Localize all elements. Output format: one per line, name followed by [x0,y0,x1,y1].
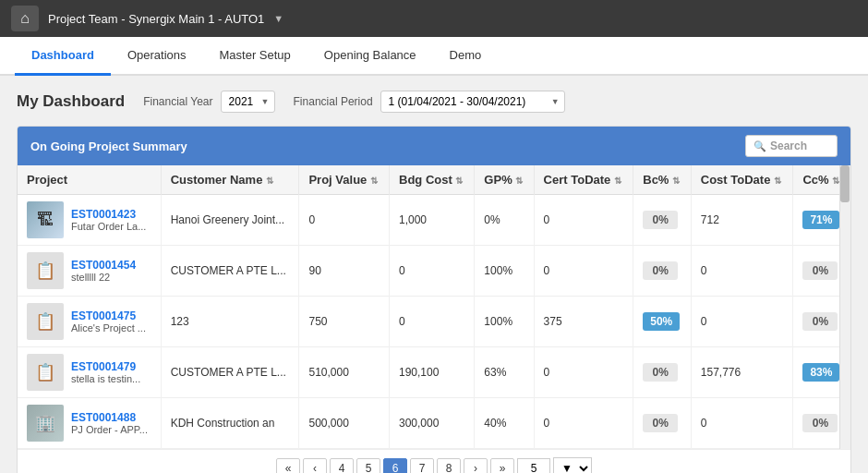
page-next-btn[interactable]: › [464,458,488,473]
project-info: EST0001488 PJ Order - APP... [71,411,148,435]
bc-pct-cell: 0% [633,195,692,246]
page-prev-btn[interactable]: ‹ [303,458,327,473]
customer-name-cell: 123 [161,297,299,347]
project-id[interactable]: EST0001488 [71,411,148,424]
tab-operations[interactable]: Operations [111,37,203,76]
home-button[interactable]: ⌂ [11,6,39,31]
table-row: 📋 EST0001475 Alice's Project ... 123 750… [18,297,850,347]
customer-name-cell: CUSTOMER A PTE L... [161,347,299,398]
page-6-btn[interactable]: 6 [383,458,407,473]
cc-pct-badge: 0% [802,312,838,331]
cert-todate-cell: 0 [534,195,633,246]
sort-cert-icon[interactable]: ⇅ [614,176,621,186]
proj-value-cell: 500,000 [299,398,390,449]
tab-opening-balance[interactable]: Opening Balance [307,37,433,76]
cert-todate-cell: 0 [534,347,633,398]
page-5-btn[interactable]: 5 [356,458,380,473]
cost-todate-cell: 157,776 [691,347,793,398]
project-name: Alice's Project ... [71,322,146,334]
col-gp-pct: GP% ⇅ [475,165,534,195]
search-box[interactable]: 🔍 Search [745,135,838,157]
tab-nav: Dashboard Operations Master Setup Openin… [0,37,868,76]
home-icon: ⌂ [20,10,30,27]
page-first-btn[interactable]: « [276,458,300,473]
col-cost-todate: Cost ToDate ⇅ [691,165,793,195]
main-content: My Dashboard Financial Year 2021 Financi… [0,76,868,473]
cc-pct-badge: 0% [802,261,838,280]
financial-period-select-wrapper: 1 (01/04/2021 - 30/04/2021) [380,91,565,113]
project-info: EST0001454 stelllll 22 [71,259,136,283]
project-cell: 🏗 EST0001423 Futar Order La... [27,201,151,238]
scrollbar-thumb[interactable] [840,165,850,202]
ongoing-project-card: On Going Project Summary 🔍 Search Projec… [17,126,851,473]
project-info: EST0001423 Futar Order La... [71,208,146,232]
page-input[interactable] [517,458,550,473]
table-row: 📋 EST0001454 stelllll 22 CUSTOMER A PTE … [18,246,850,297]
project-thumb: 🏗 [27,201,64,238]
financial-year-filter: Financial Year 2021 [143,91,274,113]
sort-cc-icon[interactable]: ⇅ [832,176,839,186]
proj-value-cell: 510,000 [299,347,390,398]
financial-year-select[interactable]: 2021 [221,91,275,113]
dashboard-title: My Dashboard [17,92,125,111]
page-size-dropdown[interactable]: ▼ [553,457,592,473]
tab-demo[interactable]: Demo [433,37,499,76]
card-header: On Going Project Summary 🔍 Search [18,127,850,165]
cost-todate-cell: 712 [691,195,793,246]
page-last-btn[interactable]: » [490,458,514,473]
bdg-cost-cell: 1,000 [390,195,475,246]
project-name: stella is testin... [71,373,140,384]
project-thumb: 📋 [27,354,64,391]
title-dropdown-icon[interactable]: ▼ [273,13,283,24]
project-name: stelllll 22 [71,272,136,283]
page-4-btn[interactable]: 4 [330,458,354,473]
bdg-cost-cell: 0 [390,297,475,347]
bc-pct-badge: 0% [643,363,678,382]
page-7-btn[interactable]: 7 [410,458,434,473]
financial-period-select[interactable]: 1 (01/04/2021 - 30/04/2021) [380,91,565,113]
bc-pct-badge: 0% [643,211,678,229]
project-id[interactable]: EST0001479 [71,360,140,373]
project-cell: 📋 EST0001479 stella is testin... [27,354,151,391]
sort-bc-icon[interactable]: ⇅ [672,176,680,186]
project-id[interactable]: EST0001423 [71,208,146,221]
sort-projvalue-icon[interactable]: ⇅ [370,176,378,186]
tab-master-setup[interactable]: Master Setup [203,37,307,76]
sort-bdgcost-icon[interactable]: ⇅ [455,176,463,186]
gp-pct-cell: 63% [475,347,534,398]
project-id[interactable]: EST0001475 [71,309,146,322]
project-cell: 📋 EST0001454 stelllll 22 [27,252,151,289]
cost-todate-cell: 0 [691,398,793,449]
customer-name-cell: CUSTOMER A PTE L... [161,246,299,297]
cert-todate-cell: 375 [534,297,633,347]
proj-value-cell: 0 [299,195,390,246]
bc-pct-cell: 0% [633,347,692,398]
top-bar: ⌂ Project Team - Synergix Main 1 - AUTO1… [0,0,868,37]
scrollbar-track[interactable] [839,165,850,449]
project-thumb: 🏢 [27,405,64,442]
bdg-cost-cell: 0 [390,246,475,297]
gp-pct-cell: 40% [475,398,534,449]
bc-pct-cell: 50% [633,297,692,347]
gp-pct-cell: 0% [475,195,534,246]
sort-gp-icon[interactable]: ⇅ [515,176,523,186]
table-row: 🏢 EST0001488 PJ Order - APP... KDH Const… [18,398,850,449]
dashboard-header: My Dashboard Financial Year 2021 Financi… [17,91,851,113]
sort-customer-icon[interactable]: ⇅ [266,176,273,186]
proj-value-cell: 90 [299,246,390,297]
project-cell: 📋 EST0001475 Alice's Project ... [27,303,151,340]
col-bdg-cost: Bdg Cost ⇅ [390,165,475,195]
app-title: Project Team - Synergix Main 1 - AUTO1 [48,12,264,26]
table-header-row: Project Customer Name ⇅ Proj Value ⇅ Bdg… [18,165,850,195]
page-8-btn[interactable]: 8 [437,458,461,473]
bdg-cost-cell: 190,100 [390,347,475,398]
tab-dashboard[interactable]: Dashboard [15,37,111,76]
financial-year-select-wrapper: 2021 [221,91,275,113]
col-project: Project [18,165,161,195]
sort-cost-icon[interactable]: ⇅ [774,176,781,186]
project-id[interactable]: EST0001454 [71,259,136,272]
financial-period-filter: Financial Period 1 (01/04/2021 - 30/04/2… [294,91,565,113]
customer-name-cell: Hanoi Greenery Joint... [161,195,299,246]
project-info: EST0001475 Alice's Project ... [71,309,146,334]
project-table: Project Customer Name ⇅ Proj Value ⇅ Bdg… [18,165,850,449]
